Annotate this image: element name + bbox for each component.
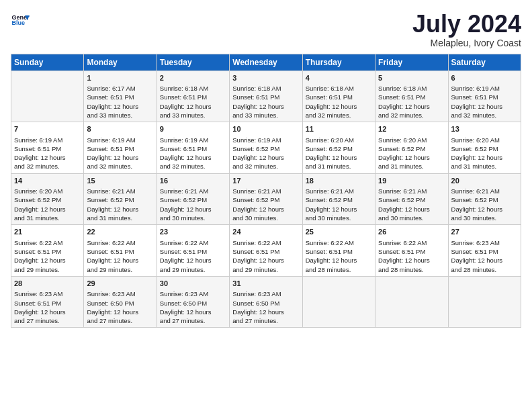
day-info-line: Daylight: 12 hours xyxy=(14,256,81,265)
calendar-cell: 17Sunrise: 6:21 AMSunset: 6:52 PMDayligh… xyxy=(230,173,302,225)
day-info-line: Sunrise: 6:21 AM xyxy=(451,187,518,195)
header-row: Sunday Monday Tuesday Wednesday Thursday… xyxy=(11,54,521,71)
day-info-line: Sunrise: 6:22 AM xyxy=(14,238,81,247)
day-info-line: Daylight: 12 hours xyxy=(87,308,153,316)
calendar-cell: 19Sunrise: 6:21 AMSunset: 6:52 PMDayligh… xyxy=(375,173,448,225)
calendar-cell: 1Sunrise: 6:17 AMSunset: 6:51 PMDaylight… xyxy=(84,71,157,122)
day-info-line: Sunset: 6:52 PM xyxy=(378,195,445,204)
day-info-line: Sunset: 6:52 PM xyxy=(306,144,372,153)
page-container: General Blue July 2024 Melapleu, Ivory C… xyxy=(0,0,532,333)
day-info-line: Sunrise: 6:22 AM xyxy=(87,238,153,247)
day-number: 21 xyxy=(14,227,81,237)
calendar-cell xyxy=(302,276,375,328)
day-number: 14 xyxy=(14,176,81,186)
calendar-cell: 15Sunrise: 6:21 AMSunset: 6:52 PMDayligh… xyxy=(84,173,157,225)
day-info-line: Daylight: 12 hours xyxy=(232,102,299,111)
day-info-line: Sunrise: 6:20 AM xyxy=(306,136,372,144)
col-saturday: Saturday xyxy=(448,54,521,71)
day-info-line: Sunrise: 6:23 AM xyxy=(87,289,153,298)
day-info-line: Sunset: 6:51 PM xyxy=(87,93,153,101)
day-info-line: Daylight: 12 hours xyxy=(378,102,445,111)
day-number: 16 xyxy=(160,176,226,186)
day-info-line: and 32 minutes. xyxy=(14,162,81,171)
day-info-line: Sunset: 6:51 PM xyxy=(87,247,153,256)
day-info-line: and 28 minutes. xyxy=(306,265,372,274)
day-number: 13 xyxy=(451,124,518,134)
day-number: 15 xyxy=(87,176,153,186)
day-info-line: and 33 minutes. xyxy=(232,111,299,120)
day-info-line: and 33 minutes. xyxy=(160,111,226,120)
day-info-line: Sunset: 6:51 PM xyxy=(87,144,153,153)
day-number: 10 xyxy=(232,124,299,134)
col-thursday: Thursday xyxy=(302,54,375,71)
calendar-cell: 28Sunrise: 6:23 AMSunset: 6:51 PMDayligh… xyxy=(11,276,84,328)
day-info-line: Sunrise: 6:20 AM xyxy=(378,136,445,144)
calendar-cell: 12Sunrise: 6:20 AMSunset: 6:52 PMDayligh… xyxy=(375,122,448,174)
day-number: 8 xyxy=(87,124,153,134)
col-tuesday: Tuesday xyxy=(157,54,229,71)
day-info-line: Sunrise: 6:19 AM xyxy=(87,136,153,144)
day-info-line: Sunrise: 6:23 AM xyxy=(451,238,518,247)
day-number: 18 xyxy=(306,176,372,186)
day-info-line: and 30 minutes. xyxy=(451,214,518,222)
day-info-line: Sunrise: 6:21 AM xyxy=(160,187,226,195)
day-info-line: and 30 minutes. xyxy=(160,214,226,222)
calendar-cell xyxy=(375,276,448,328)
day-info-line: Sunrise: 6:22 AM xyxy=(160,238,226,247)
day-info-line: Sunset: 6:52 PM xyxy=(451,144,518,153)
day-number: 27 xyxy=(451,227,518,237)
calendar-cell: 14Sunrise: 6:20 AMSunset: 6:52 PMDayligh… xyxy=(11,173,84,225)
day-number: 22 xyxy=(87,227,153,237)
svg-text:Blue: Blue xyxy=(11,19,25,26)
day-info-line: Sunrise: 6:18 AM xyxy=(306,84,372,93)
calendar-cell: 7Sunrise: 6:19 AMSunset: 6:51 PMDaylight… xyxy=(11,122,84,174)
day-info-line: Sunset: 6:50 PM xyxy=(232,299,299,308)
day-info-line: Sunrise: 6:19 AM xyxy=(160,136,226,144)
day-info-line: and 32 minutes. xyxy=(87,162,153,171)
calendar-title: July 2024 xyxy=(412,11,521,38)
calendar-cell: 29Sunrise: 6:23 AMSunset: 6:50 PMDayligh… xyxy=(84,276,157,328)
day-number: 29 xyxy=(87,279,153,289)
day-info-line: Sunrise: 6:18 AM xyxy=(232,84,299,93)
day-info-line: Daylight: 12 hours xyxy=(451,153,518,162)
day-number: 26 xyxy=(378,227,445,237)
day-info-line: and 28 minutes. xyxy=(378,265,445,274)
day-info-line: Daylight: 12 hours xyxy=(14,205,81,214)
calendar-cell: 24Sunrise: 6:22 AMSunset: 6:51 PMDayligh… xyxy=(230,225,302,277)
calendar-cell: 31Sunrise: 6:23 AMSunset: 6:50 PMDayligh… xyxy=(230,276,302,328)
day-info-line: Daylight: 12 hours xyxy=(160,308,226,316)
calendar-cell: 5Sunrise: 6:18 AMSunset: 6:51 PMDaylight… xyxy=(375,71,448,122)
day-number: 23 xyxy=(160,227,226,237)
calendar-cell: 23Sunrise: 6:22 AMSunset: 6:51 PMDayligh… xyxy=(157,225,229,277)
calendar-subtitle: Melapleu, Ivory Coast xyxy=(412,38,521,48)
day-number: 7 xyxy=(14,124,81,134)
calendar-cell: 10Sunrise: 6:19 AMSunset: 6:52 PMDayligh… xyxy=(230,122,302,174)
day-number: 5 xyxy=(378,73,445,83)
day-info-line: and 27 minutes. xyxy=(14,316,81,325)
day-info-line: Sunrise: 6:17 AM xyxy=(87,84,153,93)
day-info-line: Sunset: 6:52 PM xyxy=(87,195,153,204)
day-info-line: Daylight: 12 hours xyxy=(232,205,299,214)
day-info-line: Sunrise: 6:18 AM xyxy=(378,84,445,93)
day-info-line: Sunset: 6:51 PM xyxy=(378,247,445,256)
calendar-cell: 8Sunrise: 6:19 AMSunset: 6:51 PMDaylight… xyxy=(84,122,157,174)
day-info-line: Sunset: 6:52 PM xyxy=(451,195,518,204)
day-info-line: Sunset: 6:51 PM xyxy=(14,144,81,153)
day-info-line: Daylight: 12 hours xyxy=(378,256,445,265)
day-info-line: Sunrise: 6:22 AM xyxy=(378,238,445,247)
day-info-line: Sunrise: 6:19 AM xyxy=(451,84,518,93)
day-number: 19 xyxy=(378,176,445,186)
day-info-line: Daylight: 12 hours xyxy=(378,153,445,162)
day-info-line: Daylight: 12 hours xyxy=(451,205,518,214)
day-info-line: Daylight: 12 hours xyxy=(451,102,518,111)
day-info-line: Sunrise: 6:21 AM xyxy=(232,187,299,195)
day-info-line: Sunset: 6:51 PM xyxy=(160,93,226,101)
day-info-line: Sunset: 6:51 PM xyxy=(306,93,372,101)
calendar-week-1: 1Sunrise: 6:17 AMSunset: 6:51 PMDaylight… xyxy=(11,71,521,122)
day-info-line: Sunrise: 6:22 AM xyxy=(306,238,372,247)
calendar-cell: 21Sunrise: 6:22 AMSunset: 6:51 PMDayligh… xyxy=(11,225,84,277)
day-info-line: Sunrise: 6:18 AM xyxy=(160,84,226,93)
day-info-line: and 31 minutes. xyxy=(378,162,445,171)
day-info-line: and 32 minutes. xyxy=(451,111,518,120)
day-info-line: Daylight: 12 hours xyxy=(232,308,299,316)
